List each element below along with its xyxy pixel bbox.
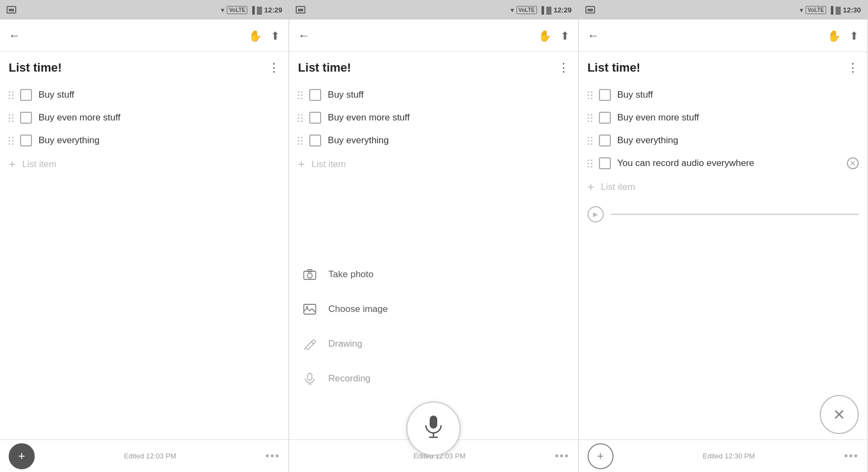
list-item-3-2: Buy even more stuff [588,106,859,129]
status-time-2: 12:29 [553,6,571,14]
action-choose-image[interactable]: Choose image [289,292,578,327]
checkbox-3-4[interactable] [599,157,611,169]
svg-line-6 [304,348,305,349]
list-menu-icon-2[interactable]: ⋮ [558,61,570,75]
play-button[interactable]: ▶ [588,206,604,222]
checkbox-1-2[interactable] [20,112,32,124]
status-bar-3: ▾ VoLTE ▐ ▓ 12:30 [579,0,867,20]
drag-handle-3-3[interactable] [588,137,592,145]
camera-icon [302,267,317,282]
cancel-fab-icon: ✕ [833,406,845,424]
item-text-1-1: Buy stuff [39,90,280,100]
cancel-fab[interactable]: ✕ [820,395,859,434]
item-text-2-2: Buy even more stuff [328,112,569,123]
status-bar-2: ▾ VoLTE ▐ ▓ 12:29 [289,0,578,20]
save-icon-2[interactable]: ⬆ [560,29,570,42]
toolbar-2: ← ✋ ⬆ [289,20,578,52]
checkbox-1-3[interactable] [20,135,32,146]
status-time-3: 12:30 [843,6,861,14]
drag-handle-2-2[interactable] [298,114,303,122]
drag-handle-3-1[interactable] [588,91,592,99]
drag-handle-1-2[interactable] [9,114,14,122]
touch-icon-2[interactable]: ✋ [538,29,552,42]
svg-rect-2 [308,270,312,272]
checkbox-1-1[interactable] [20,89,32,101]
mic-fab[interactable] [406,401,461,456]
drag-handle-1-1[interactable] [9,91,14,99]
signal-icon-3: ▐ [828,6,833,14]
add-icon-2: + [298,157,305,171]
add-placeholder-2: List item [311,159,346,170]
item-text-2-1: Buy stuff [328,90,569,100]
add-item-row-1[interactable]: + List item [9,152,280,177]
checkbox-2-1[interactable] [309,89,321,101]
list-item-3-4: You can record audio everywhere ✕ [588,152,859,175]
list-title-row-3: List time! ⋮ [588,61,859,75]
list-menu-icon-1[interactable]: ⋮ [268,61,280,75]
data-icon-1: VoLTE [227,6,247,14]
item-text-2-3: Buy everything [328,135,569,146]
panel-2: ▾ VoLTE ▐ ▓ 12:29 ← ✋ ⬆ List time! ⋮ Buy… [289,0,578,472]
list-item-1-2: Buy even more stuff [9,106,280,129]
list-title-1: List time! [9,61,62,75]
checkbox-3-1[interactable] [599,89,611,101]
audio-progress-bar[interactable] [610,214,859,215]
back-button-2[interactable]: ← [298,29,310,43]
delete-item-3-4[interactable]: ✕ [847,157,859,169]
list-item-3-3: Buy everything [588,129,859,152]
svg-point-4 [306,306,308,308]
item-text-3-3: Buy everything [617,135,859,146]
drawing-icon [302,336,317,352]
drag-handle-2-3[interactable] [298,137,303,145]
more-button-2[interactable]: ••• [555,450,570,462]
save-icon-1[interactable]: ⬆ [271,29,280,42]
back-button-1[interactable]: ← [9,29,21,43]
status-image-icon-1 [7,6,16,14]
bottom-bar-3: + Edited 12:30 PM ••• [579,439,867,472]
checkbox-2-2[interactable] [309,112,321,124]
add-item-row-2[interactable]: + List item [298,152,569,177]
back-button-3[interactable]: ← [588,29,599,43]
battery-icon-1: ▓ [257,6,262,14]
wifi-icon-3: ▾ [800,6,803,14]
add-button-3[interactable]: + [588,443,614,469]
action-drawing[interactable]: Drawing [289,327,578,361]
action-recording[interactable]: Recording [289,361,578,396]
add-item-row-3[interactable]: + List item [588,175,859,200]
list-menu-icon-3[interactable]: ⋮ [847,61,859,75]
toolbar-3: ← ✋ ⬆ [579,20,867,52]
more-button-1[interactable]: ••• [265,450,280,462]
drawing-label: Drawing [328,339,362,349]
add-placeholder-3: List item [601,182,635,193]
signal-icon-1: ▐ [250,6,254,14]
save-icon-3[interactable]: ⬆ [850,29,859,42]
battery-icon-3: ▓ [835,6,840,14]
item-text-1-3: Buy everything [39,135,280,146]
item-text-3-1: Buy stuff [617,90,859,100]
bottom-bar-1: + Edited 12:03 PM ••• [0,439,289,472]
panel-3: ▾ VoLTE ▐ ▓ 12:30 ← ✋ ⬆ List time! ⋮ Buy… [579,0,868,472]
checkbox-3-3[interactable] [599,135,611,146]
add-button-icon-1: + [18,449,25,463]
drag-handle-3-4[interactable] [588,160,592,168]
checkbox-2-3[interactable] [309,135,321,146]
checkbox-3-2[interactable] [599,112,611,124]
action-take-photo[interactable]: Take photo [289,257,578,292]
touch-icon-3[interactable]: ✋ [827,29,841,42]
add-button-icon-3: + [597,449,604,463]
drag-handle-2-1[interactable] [298,91,303,99]
more-button-3[interactable]: ••• [844,450,859,462]
add-button-1[interactable]: + [9,443,35,469]
choose-image-label: Choose image [328,304,388,315]
status-image-icon-2 [296,6,305,14]
list-item-3-1: Buy stuff [588,84,859,106]
list-item-1-3: Buy everything [9,129,280,152]
item-text-3-2: Buy even more stuff [617,112,859,123]
drag-handle-3-2[interactable] [588,114,592,122]
panel-1: ▾ VoLTE ▐ ▓ 12:29 ← ✋ ⬆ List time! ⋮ Buy… [0,0,289,472]
take-photo-label: Take photo [328,269,373,280]
touch-icon-1[interactable]: ✋ [248,29,262,42]
status-bar-1: ▾ VoLTE ▐ ▓ 12:29 [0,0,289,20]
drag-handle-1-3[interactable] [9,137,14,145]
list-title-row-1: List time! ⋮ [9,61,280,75]
